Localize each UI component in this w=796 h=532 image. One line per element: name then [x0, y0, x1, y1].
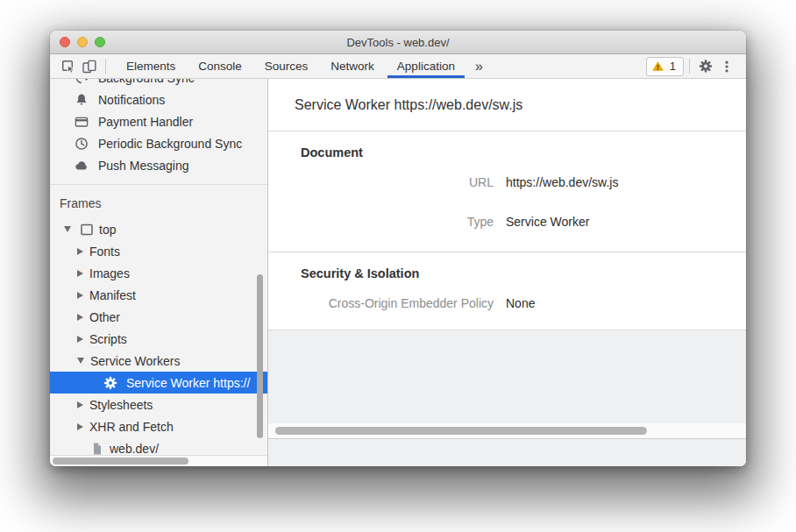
minimize-window-button[interactable] — [77, 37, 88, 47]
tab-sources[interactable]: Sources — [253, 54, 320, 78]
fullscreen-window-button[interactable] — [95, 37, 105, 47]
tree-item-images[interactable]: Images — [50, 262, 267, 284]
tree-item-service-workers[interactable]: Service Workers — [50, 350, 267, 372]
row-value: None — [506, 296, 535, 310]
sidebar-item-label: Push Messaging — [98, 159, 189, 173]
chevron-down-icon[interactable] — [64, 226, 71, 232]
tree-item-label: Images — [89, 266, 130, 280]
chevron-down-icon[interactable] — [77, 358, 84, 364]
tree-item-label: top — [99, 223, 116, 237]
gear-icon — [699, 60, 713, 74]
tree-item-fonts[interactable]: Fonts — [50, 240, 267, 262]
gear-icon — [103, 376, 117, 390]
frame-icon — [80, 223, 94, 237]
report-row-url: URL https://web.dev/sw.js — [295, 162, 720, 202]
tree-item-label: Stylesheets — [89, 398, 153, 412]
clock-icon — [75, 137, 89, 151]
sidebar-horizontal-scrollbar-thumb[interactable] — [53, 458, 188, 465]
tree-item-top-frame[interactable]: top — [50, 218, 267, 240]
report-row-type: Type Service Worker — [295, 202, 720, 241]
sidebar-item-payment-handler[interactable]: Payment Handler — [50, 110, 267, 132]
main-horizontal-scrollbar-thumb[interactable] — [275, 427, 647, 435]
report-title: Service Worker https://web.dev/sw.js — [295, 97, 522, 113]
toolbar-divider — [105, 59, 106, 74]
device-toolbar-icon — [82, 60, 96, 74]
chevron-right-icon[interactable] — [77, 336, 83, 343]
bell-icon — [75, 93, 89, 107]
frames-tree: top Fonts Images Manifest — [50, 218, 267, 459]
traffic-lights — [60, 31, 105, 53]
sidebar-item-label: Payment Handler — [98, 115, 193, 129]
sync-icon — [75, 79, 89, 85]
report-empty-area — [268, 330, 746, 423]
tree-item-label: Scripts — [89, 332, 127, 346]
tree-item-label: XHR and Fetch — [89, 420, 174, 434]
file-icon — [90, 442, 104, 456]
bottom-drawer-strip — [268, 439, 746, 466]
sidebar-divider — [50, 184, 267, 185]
report-header: Service Worker https://web.dev/sw.js — [268, 79, 746, 131]
tree-item-xhr-and-fetch[interactable]: XHR and Fetch — [50, 415, 267, 437]
main-horizontal-scrollbar-track[interactable] — [268, 423, 746, 439]
main-menu-button[interactable] — [716, 56, 737, 77]
frames-section-header: Frames — [50, 192, 267, 214]
console-warning-badge[interactable]: 1 — [646, 57, 684, 76]
tree-item-label: Service Workers — [90, 354, 180, 368]
row-label: URL — [295, 175, 494, 189]
toolbar-divider — [689, 59, 690, 74]
sidebar-item-label: Background Sync — [98, 79, 195, 85]
settings-button[interactable] — [695, 56, 716, 77]
tree-item-scripts[interactable]: Scripts — [50, 328, 267, 350]
section-title: Document — [295, 143, 720, 162]
sidebar-item-background-sync[interactable]: Background Sync — [50, 79, 267, 89]
sidebar-item-periodic-background-sync[interactable]: Periodic Background Sync — [50, 132, 267, 154]
inspect-element-button[interactable] — [58, 56, 79, 77]
section-title: Security & Isolation — [295, 264, 720, 283]
tab-elements[interactable]: Elements — [115, 54, 187, 78]
toolbar-right-group: 1 — [646, 56, 737, 77]
devtools-toolbar: Elements Console Sources Network Applica… — [50, 54, 746, 79]
tab-application[interactable]: Application — [386, 54, 466, 78]
tree-item-label: Manifest — [89, 288, 136, 302]
window-title: DevTools - web.dev/ — [346, 36, 449, 49]
row-label: Cross-Origin Embedder Policy — [295, 296, 494, 310]
chevron-right-icon[interactable] — [77, 314, 83, 321]
tree-item-stylesheets[interactable]: Stylesheets — [50, 394, 267, 415]
row-label: Type — [295, 215, 494, 229]
devtools-window: DevTools - web.dev/ — [50, 31, 746, 466]
sidebar-horizontal-scrollbar-track[interactable] — [50, 455, 267, 466]
chevron-right-icon[interactable] — [77, 401, 83, 408]
titlebar: DevTools - web.dev/ — [50, 31, 746, 54]
tree-item-manifest[interactable]: Manifest — [50, 284, 267, 306]
screenshot-background: DevTools - web.dev/ — [0, 0, 796, 532]
sidebar-item-push-messaging[interactable]: Push Messaging — [50, 154, 267, 176]
close-window-button[interactable] — [60, 37, 70, 47]
row-value: Service Worker — [506, 215, 589, 229]
chevron-right-icon[interactable] — [77, 270, 83, 277]
tab-network[interactable]: Network — [319, 54, 386, 78]
row-value: https://web.dev/sw.js — [506, 175, 618, 189]
application-panel: Background Sync Notifications — [50, 79, 746, 466]
sidebar-item-notifications[interactable]: Notifications — [50, 89, 267, 110]
inspect-cursor-icon — [61, 60, 75, 74]
chevron-right-icon[interactable] — [77, 292, 83, 299]
tree-item-label: Service Worker https:// — [126, 376, 250, 390]
chevron-right-icon[interactable] — [77, 423, 83, 430]
panel-tabs: Elements Console Sources Network Applica… — [115, 54, 492, 78]
service-worker-report: Service Worker https://web.dev/sw.js Doc… — [268, 79, 746, 466]
three-dot-menu-icon — [720, 60, 734, 74]
tree-item-other[interactable]: Other — [50, 306, 267, 328]
tree-item-label: Fonts — [89, 245, 120, 259]
tree-item-label: web.dev/ — [110, 442, 159, 456]
sidebar-item-label: Notifications — [98, 93, 165, 107]
tree-item-service-worker-selected[interactable]: Service Worker https:// — [50, 372, 267, 394]
sidebar-vertical-scrollbar[interactable] — [257, 274, 263, 438]
warning-count: 1 — [670, 60, 676, 73]
document-section: Document URL https://web.dev/sw.js Type … — [268, 131, 746, 252]
tab-console[interactable]: Console — [187, 54, 253, 78]
chevron-right-icon[interactable] — [77, 248, 83, 255]
more-tabs-button[interactable]: » — [466, 54, 492, 78]
toggle-device-toolbar-button[interactable] — [79, 56, 100, 77]
security-isolation-section: Security & Isolation Cross-Origin Embedd… — [268, 252, 746, 330]
report-row-coep: Cross-Origin Embedder Policy None — [295, 283, 720, 323]
